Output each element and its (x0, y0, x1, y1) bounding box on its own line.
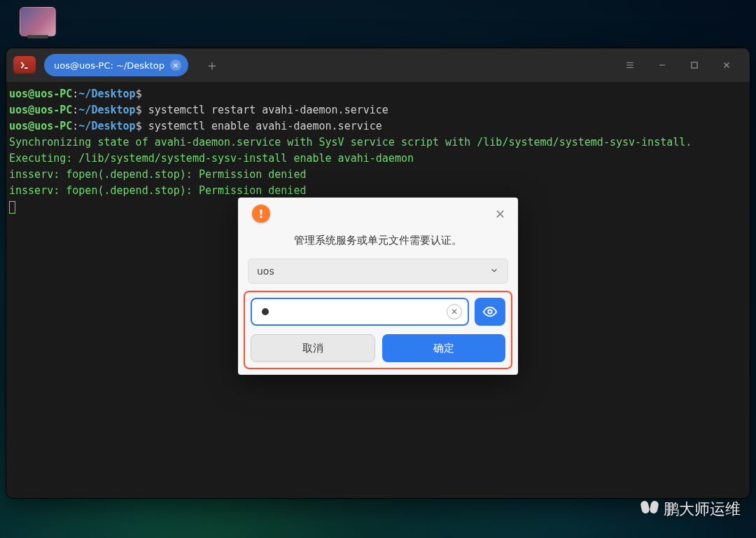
polkit-auth-dialog: ! ✕ 管理系统服务或单元文件需要认证。 uos ✕ 取消 确定 (238, 198, 518, 375)
terminal-titlebar: uos@uos-PC: ~/Desktop ✕ ＋ (6, 48, 750, 82)
ok-button[interactable]: 确定 (382, 334, 505, 362)
terminal-line: Executing: /lib/systemd/systemd-sysv-ins… (9, 151, 747, 167)
dialog-message: 管理系统服务或单元文件需要认证。 (238, 230, 518, 258)
svg-point-1 (488, 310, 492, 314)
ok-label: 确定 (433, 342, 454, 355)
password-mask-dot (262, 308, 269, 315)
dialog-close-icon[interactable]: ✕ (491, 202, 510, 226)
highlighted-auth-area: ✕ 取消 确定 (244, 291, 512, 369)
selected-user-label: uos (257, 265, 274, 277)
desktop-shortcut-icon[interactable] (20, 7, 56, 36)
tab-title: uos@uos-PC: ~/Desktop (54, 60, 164, 71)
terminal-line: insserv: fopen(.depend.stop): Permission… (9, 183, 747, 199)
password-input[interactable]: ✕ (251, 298, 469, 326)
minimize-button[interactable] (646, 49, 678, 81)
terminal-line: Synchronizing state of avahi-daemon.serv… (9, 134, 747, 151)
terminal-tab[interactable]: uos@uos-PC: ~/Desktop ✕ (44, 54, 188, 76)
dialog-header: ! ✕ (238, 198, 518, 230)
cursor-icon (9, 201, 15, 214)
maximize-button[interactable] (678, 49, 710, 81)
clear-input-icon[interactable]: ✕ (447, 304, 462, 319)
svg-rect-0 (692, 62, 697, 68)
tab-close-icon[interactable]: ✕ (170, 60, 181, 71)
toggle-password-visibility-button[interactable] (475, 298, 505, 326)
terminal-line: uos@uos-PC:~/Desktop$ systemctl enable a… (9, 118, 747, 134)
watermark: 鹏大师运维 (640, 499, 741, 520)
cancel-label: 取消 (302, 342, 323, 355)
cancel-button[interactable]: 取消 (251, 334, 375, 362)
shield-warning-icon: ! (252, 205, 270, 223)
wechat-icon (640, 501, 659, 518)
chevron-down-icon (489, 265, 499, 277)
close-button[interactable] (710, 49, 743, 81)
terminal-line: uos@uos-PC:~/Desktop$ systemctl restart … (9, 102, 747, 118)
new-tab-button[interactable]: ＋ (201, 54, 223, 76)
user-select-dropdown[interactable]: uos (248, 258, 508, 284)
hamburger-menu-icon[interactable] (614, 49, 646, 81)
terminal-app-icon (13, 56, 36, 74)
terminal-line: insserv: fopen(.depend.stop): Permission… (9, 167, 747, 183)
terminal-line: uos@uos-PC:~/Desktop$ (9, 86, 747, 102)
watermark-text: 鹏大师运维 (664, 499, 741, 520)
